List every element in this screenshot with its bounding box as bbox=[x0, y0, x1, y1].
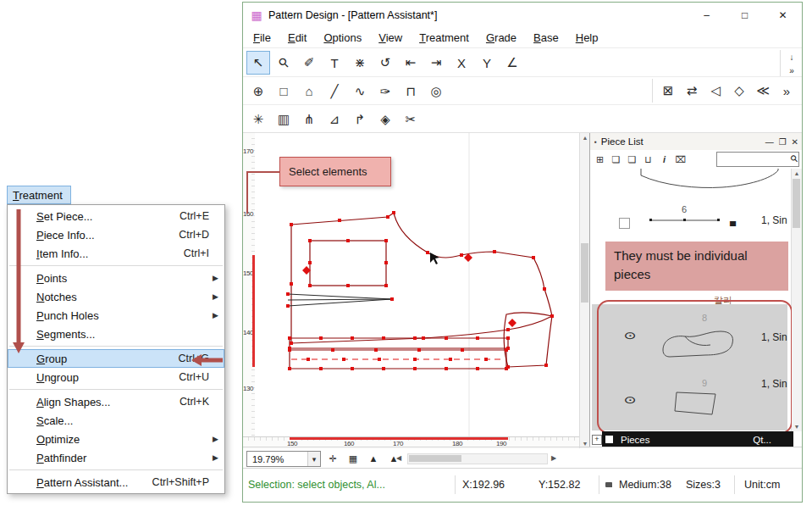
menubar-item[interactable]: Edit bbox=[279, 28, 315, 47]
menu-item[interactable]: Item Info... Ctrl+I bbox=[8, 244, 224, 263]
menu-item[interactable] bbox=[8, 343, 224, 349]
menu-item[interactable]: Pattern Assistant... Ctrl+Shift+P bbox=[8, 473, 224, 492]
seam-tool-icon[interactable]: ⋇ bbox=[348, 51, 372, 75]
piece-thumbnail-strip[interactable] bbox=[648, 217, 722, 225]
menubar-item[interactable]: Grade bbox=[478, 28, 525, 47]
menu-item[interactable] bbox=[8, 386, 224, 392]
text-tool-icon[interactable]: T bbox=[323, 51, 346, 75]
move-left-tool-icon[interactable]: ⇤ bbox=[399, 51, 423, 75]
fan-tool-icon[interactable]: ≪ bbox=[751, 79, 775, 103]
scroll-up-icon[interactable]: ▲ bbox=[792, 170, 802, 176]
panel-minimize-icon[interactable]: — bbox=[765, 137, 774, 147]
line-tool-icon[interactable]: ╱ bbox=[323, 80, 346, 103]
chevron-down-icon[interactable]: ▾ bbox=[307, 452, 320, 466]
minimize-button[interactable]: – bbox=[688, 3, 726, 28]
menu-item[interactable]: Punch Holes ▶ bbox=[8, 306, 224, 325]
menu-item[interactable]: Set Piece... Ctrl+E bbox=[8, 207, 224, 225]
search-icon[interactable]: ⚲ bbox=[788, 153, 801, 165]
pen-tool-icon[interactable]: ✑ bbox=[373, 80, 397, 103]
piece-search-input[interactable] bbox=[718, 153, 787, 164]
menu-item[interactable] bbox=[8, 467, 224, 473]
corner-tool-icon[interactable]: ↱ bbox=[348, 108, 372, 131]
menu-item[interactable]: Align Shapes... Ctrl+K bbox=[8, 392, 224, 411]
scroll-left-icon[interactable]: ◀ bbox=[396, 454, 401, 462]
menubar-item[interactable]: Options bbox=[315, 28, 370, 47]
select-all-checkbox[interactable] bbox=[605, 436, 613, 443]
cut-tool-icon[interactable]: ✂ bbox=[399, 108, 423, 131]
menu-item-shortcut: Ctrl+K bbox=[180, 396, 218, 408]
expand-tree-icon[interactable]: + bbox=[592, 435, 602, 445]
measure-tool-icon[interactable]: ✐ bbox=[297, 51, 321, 75]
menubar-item[interactable]: View bbox=[370, 28, 411, 47]
menu-item[interactable]: Notches ▶ bbox=[8, 287, 224, 306]
grid-view-icon[interactable]: ▦ bbox=[345, 450, 362, 467]
menu-item[interactable]: Optimize ▶ bbox=[8, 430, 224, 448]
polygon-tool-icon[interactable]: ⌂ bbox=[297, 80, 321, 103]
move-right-tool-icon[interactable]: ⇥ bbox=[424, 51, 448, 75]
symmetry-tool-icon[interactable]: ◇ bbox=[727, 79, 751, 103]
treatment-menu-header[interactable]: Treatment bbox=[7, 186, 71, 204]
toolbar-standard: ↖ ⚲ ✐ T ⋇ ↺ ⇤ ⇥ X Y ∠ ↓ » bbox=[243, 47, 802, 77]
protractor-tool-icon[interactable]: ⊿ bbox=[323, 108, 346, 131]
exchange-tool-icon[interactable]: ⇄ bbox=[680, 79, 704, 103]
notch-tool-icon[interactable]: ⋔ bbox=[297, 108, 321, 131]
zoom-select[interactable]: 19.79% ▾ bbox=[246, 451, 321, 467]
duplicate-piece-icon[interactable]: ❏ bbox=[626, 153, 638, 166]
piece-thumbnail-partial[interactable] bbox=[638, 169, 782, 191]
copy-piece-icon[interactable]: ❏ bbox=[610, 153, 622, 166]
piece-checkbox[interactable] bbox=[619, 218, 630, 229]
move-x-tool-icon[interactable]: X bbox=[450, 51, 473, 75]
zoom-all-icon[interactable]: ▲ bbox=[365, 450, 382, 467]
menu-item[interactable]: Scale... bbox=[8, 411, 224, 430]
delete-piece-icon[interactable]: ⌧ bbox=[674, 153, 687, 166]
menu-item[interactable]: Segments... bbox=[8, 325, 224, 343]
menu-item[interactable] bbox=[8, 263, 224, 269]
curve-tool-icon[interactable]: ∿ bbox=[348, 80, 372, 103]
panel-float-icon[interactable]: ❐ bbox=[779, 137, 787, 147]
folder-icon[interactable]: ⊔ bbox=[642, 153, 655, 166]
menubar-item[interactable]: Treatment bbox=[411, 28, 478, 47]
rotate-piece-tool-icon[interactable]: ◁ bbox=[704, 79, 727, 103]
scrollbar-thumb[interactable] bbox=[793, 179, 800, 228]
menu-item[interactable]: Pathfinder ▶ bbox=[8, 448, 224, 467]
close-button[interactable]: ✕ bbox=[764, 3, 802, 28]
canvas-horizontal-scrollbar[interactable] bbox=[407, 453, 548, 464]
menu-item[interactable]: Points ▶ bbox=[8, 269, 224, 287]
rectangle-tool-icon[interactable]: □ bbox=[272, 80, 296, 103]
scrollbar-thumb[interactable] bbox=[581, 243, 588, 303]
scroll-right-icon[interactable]: ▶ bbox=[551, 454, 556, 462]
more-tools-icon[interactable]: » bbox=[784, 64, 799, 77]
move-y-tool-icon[interactable]: Y bbox=[475, 51, 499, 75]
new-piece-icon[interactable]: ⊞ bbox=[594, 153, 606, 166]
piece-list-toolbar: ⊞ ❏ ❏ ⊔ i ⌧ ⚲ bbox=[590, 150, 802, 169]
menubar-item[interactable]: Help bbox=[567, 28, 607, 47]
column-pieces[interactable]: Pieces bbox=[621, 435, 650, 445]
fit-view-icon[interactable]: ✛ bbox=[324, 450, 341, 467]
rotate-tool-icon[interactable]: ↺ bbox=[373, 51, 397, 75]
circle-tool-icon[interactable]: ⊕ bbox=[246, 80, 270, 103]
hatch-tool-icon[interactable]: ▥ bbox=[272, 108, 296, 131]
scrollbar-thumb[interactable] bbox=[409, 455, 461, 462]
column-qty[interactable]: Qt... bbox=[753, 435, 771, 445]
more-tools-icon[interactable]: » bbox=[775, 79, 798, 103]
info-icon[interactable]: i bbox=[658, 153, 671, 166]
panel-close-icon[interactable]: ✕ bbox=[792, 137, 798, 147]
menu-item[interactable]: Piece Info... Ctrl+D bbox=[8, 225, 224, 244]
menu-item-label: Set Piece... bbox=[36, 210, 92, 223]
grid-tool-icon[interactable]: ◈ bbox=[373, 108, 397, 131]
menubar-item[interactable]: File bbox=[245, 28, 279, 47]
mirror-tool-icon[interactable]: ⊠ bbox=[656, 79, 680, 103]
offset-tool-icon[interactable]: ⊓ bbox=[399, 80, 423, 103]
piece-list-scrollbar[interactable]: ▲ ▼ bbox=[791, 169, 802, 431]
seam-allowance-tool-icon[interactable]: ✳ bbox=[246, 108, 270, 131]
scroll-down-icon[interactable]: ↓ bbox=[784, 50, 799, 64]
scroll-down-icon[interactable]: ▼ bbox=[792, 424, 802, 430]
maximize-button[interactable]: □ bbox=[726, 3, 764, 28]
toolbar-overflow: ↓ » bbox=[780, 50, 799, 77]
zoom-tool-icon[interactable]: ⚲ bbox=[267, 46, 301, 80]
menu-item[interactable]: Group Ctrl+G bbox=[8, 349, 224, 368]
spiral-tool-icon[interactable]: ◎ bbox=[424, 80, 448, 103]
menu-item[interactable]: Ungroup Ctrl+U bbox=[8, 368, 224, 386]
angle-tool-icon[interactable]: ∠ bbox=[500, 51, 524, 75]
menubar-item[interactable]: Base bbox=[525, 28, 567, 47]
